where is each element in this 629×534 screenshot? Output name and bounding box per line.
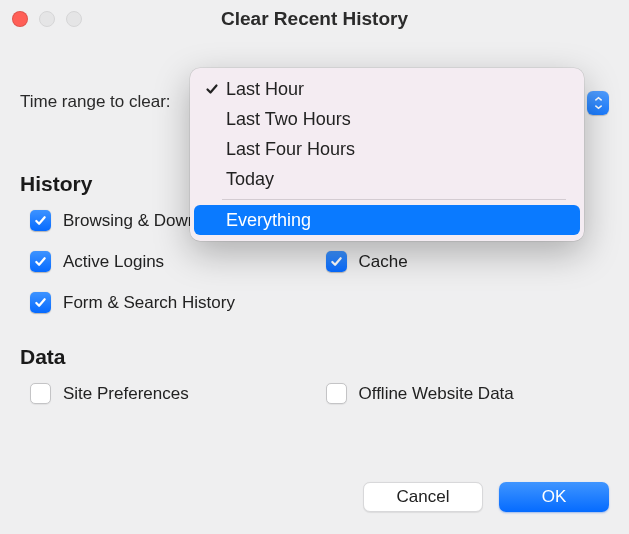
select-stepper-icon [587,91,609,115]
checkbox-label: Active Logins [63,252,164,272]
checkbox-icon [326,251,347,272]
checkbox-cache[interactable]: Cache [326,251,610,272]
check-icon [202,82,222,96]
menu-item-label: Last Hour [222,79,304,100]
time-range-label: Time range to clear: [20,92,171,112]
checkbox-label: Cache [359,252,408,272]
button-label: OK [542,487,567,507]
zoom-window-button[interactable] [66,11,82,27]
checkbox-icon [30,210,51,231]
checkbox-icon [326,383,347,404]
menu-item-everything[interactable]: Everything [194,205,580,235]
checkbox-label: Form & Search History [63,293,235,313]
close-window-button[interactable] [12,11,28,27]
dialog-buttons: Cancel OK [363,482,609,512]
window-title: Clear Recent History [0,8,629,30]
menu-item-last-two-hours[interactable]: Last Two Hours [190,104,584,134]
checkbox-label: Offline Website Data [359,384,514,404]
checkbox-offline-website-data[interactable]: Offline Website Data [326,383,610,404]
data-options: Site Preferences Offline Website Data [20,383,609,404]
ok-button[interactable]: OK [499,482,609,512]
button-label: Cancel [397,487,450,507]
time-range-popup: Last Hour Last Two Hours Last Four Hours… [190,68,584,241]
menu-item-today[interactable]: Today [190,164,584,194]
window-controls [0,11,82,27]
minimize-window-button[interactable] [39,11,55,27]
checkbox-icon [30,251,51,272]
clear-history-dialog: Clear Recent History Time range to clear… [0,0,629,534]
menu-item-label: Today [222,169,274,190]
menu-item-label: Everything [222,210,311,231]
menu-item-last-hour[interactable]: Last Hour [190,74,584,104]
menu-separator [222,199,566,200]
checkbox-icon [30,292,51,313]
cancel-button[interactable]: Cancel [363,482,483,512]
menu-item-label: Last Four Hours [222,139,355,160]
checkbox-label: Site Preferences [63,384,189,404]
checkbox-form-search-history[interactable]: Form & Search History [30,292,609,313]
checkbox-active-logins[interactable]: Active Logins [30,251,314,272]
menu-item-label: Last Two Hours [222,109,351,130]
data-heading: Data [20,345,609,369]
checkbox-site-preferences[interactable]: Site Preferences [30,383,314,404]
checkbox-icon [30,383,51,404]
titlebar: Clear Recent History [0,0,629,38]
menu-item-last-four-hours[interactable]: Last Four Hours [190,134,584,164]
